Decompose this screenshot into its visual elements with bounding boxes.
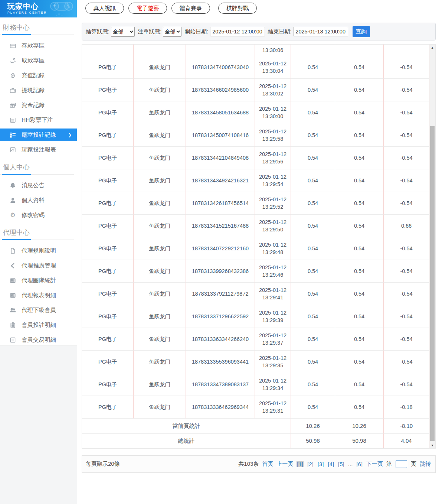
page-link-5[interactable]: [5]	[338, 461, 345, 467]
page-link-1[interactable]: [1]	[297, 461, 304, 467]
profit-cell: 4.04	[384, 434, 429, 448]
game-cell: 鱼跃龙门	[134, 283, 186, 305]
vertical-scrollbar[interactable]: ▲ ▼	[429, 45, 435, 448]
sidebar-item-player-bet-report[interactable]: 玩家投注報表	[0, 142, 77, 157]
order-id-cell: 1878313399268432386	[186, 260, 255, 283]
game-cell: 鱼跃龙门	[134, 260, 186, 283]
valid-bet-cell: 0.54	[335, 56, 384, 79]
page-link-2[interactable]: [2]	[307, 461, 314, 467]
sidebar-item-member-bet-detail[interactable]: 會員投註明細	[0, 318, 77, 332]
sidebar-item-room-bet-records[interactable]: 廳室投註記錄❯	[0, 129, 77, 141]
sidebar-item-agent-team-stats[interactable]: 代理團隊統計	[0, 273, 77, 288]
end-date-input[interactable]	[293, 27, 348, 36]
platform-cell: PG电子	[82, 373, 134, 396]
platform-cell: PG电子	[82, 147, 134, 169]
chevron-right-icon: ❯	[68, 133, 72, 137]
page-size-text: 每頁顯示20條	[86, 461, 120, 468]
valid-bet-cell: 0.54	[335, 396, 384, 419]
filter-bar: 結算狀態: 全部 注單狀態: 全部 開始日期: 結束日期: 查詢	[82, 23, 436, 40]
sidebar-item-label: 玩家投注報表	[22, 146, 56, 154]
total-summary-row: 總統計50.9850.984.04	[82, 434, 429, 448]
time-cell: 2025-01-1213:29:34	[255, 373, 291, 396]
scrollbar-thumb[interactable]	[430, 126, 435, 441]
users-icon	[9, 307, 16, 313]
sidebar-item-label: 會員交易明細	[22, 336, 56, 344]
scroll-up-icon[interactable]: ▲	[429, 45, 435, 51]
table-row-clipped: 13:30:06	[82, 45, 429, 56]
time-cell: 2025-01-1213:29:58	[255, 124, 291, 147]
sidebar-item-withdrawal-records[interactable]: 提現記錄	[0, 83, 77, 98]
total-count-text: 共103条	[238, 461, 259, 468]
bet-cell: 50.98	[291, 434, 335, 448]
order-status-select[interactable]: 全部	[163, 27, 181, 37]
sidebar-item-recharge-records[interactable]: 充值記錄	[0, 68, 77, 83]
page-link-4[interactable]: [4]	[327, 461, 334, 467]
start-date-input[interactable]	[210, 27, 265, 36]
game-cell: 鱼跃龙门	[134, 79, 186, 101]
time-cell: 2025-01-1213:29:39	[255, 305, 291, 328]
sidebar-item-label: 廳室投註記錄	[22, 131, 56, 139]
sidebar-item-agent-report-detail[interactable]: 代理報表明細	[0, 288, 77, 303]
time-cell: 2025-01-1213:29:41	[255, 283, 291, 305]
bet-cell	[291, 45, 335, 56]
page-link-6[interactable]: [6]	[356, 461, 363, 467]
sidebar-item-profile[interactable]: 個人資料	[0, 193, 77, 208]
tab-live-video[interactable]: 真人視訊	[85, 3, 124, 14]
sidebar-item-funds-records[interactable]: 資金記錄	[0, 98, 77, 113]
end-date-label: 結束日期:	[268, 28, 292, 35]
sidebar-item-member-trade-detail[interactable]: 會員交易明細	[0, 332, 77, 347]
table-row: PG电子鱼跃龙门18783134740067430402025-01-1213:…	[82, 56, 429, 79]
bet-cell: 0.54	[291, 305, 335, 328]
main-content: 真人視訊 電子遊藝 體育賽事 棋牌對戰 結算狀態: 全部 注單狀態: 全部 開始…	[77, 0, 442, 473]
sidebar-item-agent-rules[interactable]: 代理規則說明	[0, 243, 77, 258]
sidebar-item-change-password[interactable]: ⚙修改密碼	[0, 208, 77, 222]
tab-board-games[interactable]: 棋牌對戰	[218, 3, 257, 14]
prev-page-link[interactable]: 上一页	[276, 461, 293, 468]
tab-sports[interactable]: 體育賽事	[171, 3, 210, 14]
sidebar-item-label: HH彩票下注	[22, 116, 53, 124]
game-cell: 鱼跃龙门	[134, 56, 186, 79]
sidebar-item-label: 資金記錄	[22, 101, 45, 109]
sidebar-item-notices[interactable]: 消息公告	[0, 178, 77, 193]
profit-cell: -0.54	[384, 124, 429, 147]
order-id-cell: 1878313450074108416	[186, 124, 255, 147]
search-button[interactable]: 查詢	[353, 26, 370, 37]
valid-bet-cell: 0.54	[335, 147, 384, 169]
time-cell: 2025-01-1213:29:35	[255, 351, 291, 373]
sidebar-item-hh-lottery-bets[interactable]: HH彩票下注	[0, 113, 77, 127]
game-cell: 鱼跃龙门	[134, 305, 186, 328]
section-underline	[0, 240, 74, 240]
profit-cell: -0.54	[384, 237, 429, 260]
sidebar-item-withdraw-zone[interactable]: 取款專區	[0, 53, 77, 68]
first-page-link[interactable]: 首页	[262, 461, 273, 468]
jump-button[interactable]: 跳转	[420, 461, 431, 468]
bet-cell: 0.54	[291, 351, 335, 373]
tab-e-games[interactable]: 電子遊藝	[128, 3, 167, 14]
sidebar-item-deposit-zone[interactable]: 存款專區	[0, 38, 77, 53]
table-row: PG电子鱼跃龙门18783134421048494082025-01-1213:…	[82, 147, 429, 169]
scroll-down-icon[interactable]: ▼	[429, 442, 435, 448]
order-id-cell: 1878313355396093441	[186, 351, 255, 373]
valid-bet-cell: 0.54	[335, 237, 384, 260]
bet-cell: 0.54	[291, 124, 335, 147]
sidebar-panel: 玩家中心 PLAYERS CENTER 財務中心存款專區取	[0, 0, 77, 345]
settle-status-select[interactable]: 全部	[111, 27, 135, 37]
sidebar-item-agent-sub-members[interactable]: 代理下級會員	[0, 303, 77, 318]
document-icon	[9, 248, 16, 254]
table-row: PG电子鱼跃龙门18783134072292121602025-01-1213:…	[82, 237, 429, 260]
platform-cell: PG电子	[82, 192, 134, 215]
page-link-3[interactable]: [3]	[317, 461, 324, 467]
valid-bet-cell: 0.54	[335, 283, 384, 305]
jump-page-input[interactable]	[396, 460, 407, 468]
table-row: PG电子鱼跃龙门18783133364629693442025-01-1213:…	[82, 396, 429, 419]
table-row: PG电子鱼跃龙门18783133992684323862025-01-1213:…	[82, 260, 429, 283]
time-cell: 2025-01-1213:29:37	[255, 328, 291, 351]
sidebar-item-agent-promotion[interactable]: 代理推廣管理	[0, 258, 77, 273]
brand-header: 玩家中心 PLAYERS CENTER	[0, 0, 77, 17]
game-cell: 鱼跃龙门	[134, 147, 186, 169]
sidebar-item-label: 代理規則說明	[22, 247, 56, 255]
next-page-link[interactable]: 下一页	[366, 461, 383, 468]
order-id-cell: 1878313407229212160	[186, 237, 255, 260]
time-cell: 2025-01-1213:29:46	[255, 260, 291, 283]
summary-label: 當前頁統計	[82, 419, 291, 434]
